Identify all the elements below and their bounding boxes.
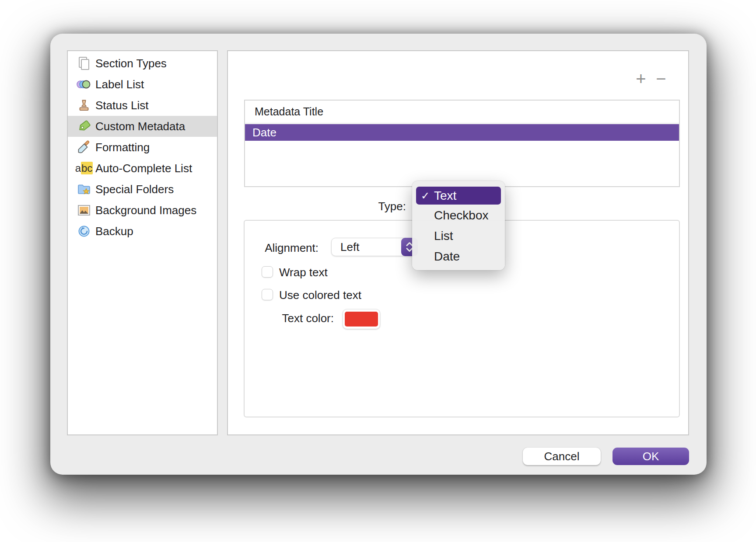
metadata-title-cell: Date — [252, 126, 276, 139]
remove-metadata-button[interactable]: − — [654, 70, 668, 87]
folder-star-icon — [77, 182, 91, 197]
alignment-value: Left — [340, 238, 359, 256]
table-row[interactable]: Date — [245, 124, 679, 141]
sidebar-item-label: Auto-Complete List — [95, 162, 192, 175]
menu-item-text[interactable]: ✓ Text — [416, 187, 501, 205]
menu-item-label: Text — [434, 189, 456, 202]
menu-item-date[interactable]: Date — [416, 246, 501, 267]
metadata-tag-icon — [77, 119, 91, 134]
backup-restore-icon — [77, 224, 91, 239]
sidebar-item-auto-complete-list[interactable]: abc Auto-Complete List — [68, 158, 217, 179]
settings-sidebar: Section Types Label List — [67, 50, 218, 435]
sidebar-item-label: Section Types — [95, 57, 167, 70]
menu-item-checkbox[interactable]: Checkbox — [416, 205, 501, 226]
table-header[interactable]: Metadata Title — [245, 101, 679, 124]
sidebar-item-label: Custom Metadata — [95, 120, 185, 133]
use-colored-text-label: Use colored text — [279, 288, 361, 302]
sidebar-item-status-list[interactable]: Status List — [68, 95, 217, 116]
checkmark-icon: ✓ — [421, 187, 430, 205]
label-list-icon — [77, 77, 91, 92]
sidebar-item-backup[interactable]: Backup — [68, 221, 217, 242]
minus-icon: − — [656, 69, 666, 88]
cancel-button[interactable]: Cancel — [523, 448, 601, 465]
alignment-popup[interactable]: Left — [331, 238, 418, 256]
sidebar-item-label: Label List — [95, 78, 144, 91]
table-toolbar: + − — [634, 70, 668, 87]
sidebar-item-label: Special Folders — [95, 183, 174, 196]
sidebar-item-label-list[interactable]: Label List — [68, 74, 217, 95]
preferences-window: Section Types Label List — [50, 34, 707, 475]
formatting-brush-icon — [77, 140, 91, 155]
menu-item-label: Checkbox — [434, 208, 489, 222]
alignment-label: Alignment: — [262, 241, 318, 255]
sidebar-item-label: Backup — [95, 225, 133, 238]
menu-item-label: List — [434, 229, 453, 243]
background-image-icon — [77, 203, 91, 218]
menu-item-list[interactable]: List — [416, 226, 501, 246]
sidebar-item-formatting[interactable]: Formatting — [68, 137, 217, 158]
wrap-text-label: Wrap text — [279, 266, 328, 279]
text-color-well[interactable] — [343, 309, 380, 329]
text-color-label: Text color: — [280, 312, 334, 325]
section-types-icon — [77, 56, 91, 71]
sidebar-item-label: Formatting — [95, 141, 150, 154]
column-header-metadata-title: Metadata Title — [255, 105, 323, 118]
wrap-text-checkbox[interactable] — [262, 266, 273, 278]
sidebar-item-special-folders[interactable]: Special Folders — [68, 179, 217, 200]
abc-autocomplete-icon: abc — [77, 161, 91, 176]
color-swatch — [345, 312, 378, 327]
sidebar-item-section-types[interactable]: Section Types — [68, 53, 217, 74]
ok-button[interactable]: OK — [612, 448, 689, 465]
type-popup-menu: ✓ Text Checkbox List Date — [412, 181, 505, 270]
sidebar-item-custom-metadata[interactable]: Custom Metadata — [68, 116, 217, 137]
cancel-button-label: Cancel — [544, 450, 580, 463]
metadata-table: Metadata Title Date — [244, 100, 680, 187]
sidebar-item-label: Background Images — [95, 204, 196, 217]
status-stamp-icon — [77, 98, 91, 113]
add-metadata-button[interactable]: + — [634, 70, 648, 87]
menu-item-label: Date — [434, 250, 460, 263]
sidebar-item-background-images[interactable]: Background Images — [68, 200, 217, 221]
ok-button-label: OK — [643, 450, 659, 463]
sidebar-item-label: Status List — [95, 99, 148, 112]
plus-icon: + — [636, 69, 646, 88]
use-colored-text-checkbox[interactable] — [262, 289, 273, 300]
type-label: Type: — [368, 200, 406, 213]
